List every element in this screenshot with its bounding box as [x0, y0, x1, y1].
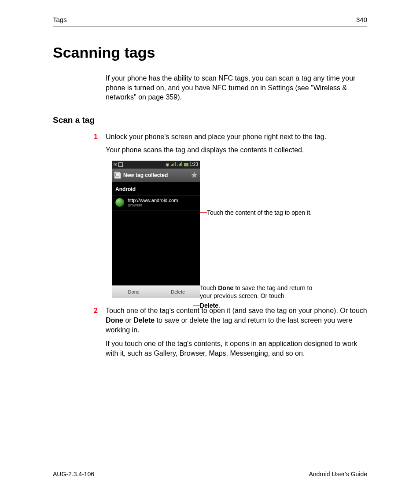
globe-icon [115, 198, 124, 207]
leader-line [200, 212, 207, 213]
phone-button-bar: Done Delete [112, 285, 200, 298]
footer-doc-title: Android User's Guide [309, 471, 367, 478]
step-number: 2 [53, 306, 106, 335]
mail-icon: ✉ [114, 162, 117, 167]
step2-mid: or [123, 316, 133, 324]
tag-icon [114, 172, 121, 179]
step-1-followup: Your phone scans the tag and displays th… [106, 145, 367, 155]
figure: ✉ ◉ 1:23 New tag [112, 161, 367, 298]
tag-url-sub: Browser [128, 203, 178, 207]
page-header: Tags 340 [53, 16, 367, 26]
step-1: 1 Unlock your phone's screen and place y… [53, 132, 367, 142]
callout-bold-done: Done [218, 284, 233, 291]
callout-done-delete: Touch Done to save the tag and return to… [200, 284, 319, 310]
step-2-followup: If you touch one of the tag's contents, … [106, 339, 367, 359]
titlebar-text: New tag collected [123, 172, 168, 178]
step-2: 2 Touch one of the tag's content to open… [53, 306, 367, 335]
subheading-scan-a-tag: Scan a tag [53, 115, 367, 125]
tag-section-label: Android [112, 182, 200, 195]
phone-body-empty [112, 210, 200, 285]
leader-line [193, 305, 200, 306]
intro-paragraph: If your phone has the ability to scan NF… [106, 74, 367, 102]
callout-bold-delete: Delete [200, 302, 218, 309]
page-title: Scanning tags [53, 44, 367, 61]
phone-titlebar: New tag collected ★ [112, 169, 200, 182]
callout-text-post: . [218, 302, 220, 309]
app-icon [118, 162, 123, 167]
header-page-number: 340 [356, 16, 367, 23]
step-text: Touch one of the tag's content to open i… [106, 306, 367, 335]
page-footer: AUG-2.3.4-106 Android User's Guide [53, 471, 367, 478]
step2-bold-delete: Delete [133, 316, 155, 324]
signal-icon [171, 162, 176, 167]
header-section: Tags [53, 16, 67, 23]
footer-doc-id: AUG-2.3.4-106 [53, 471, 94, 478]
step-text: Unlock your phone's screen and place you… [106, 132, 367, 142]
tag-url: http://www.android.com [128, 198, 178, 203]
wifi-signal-icon [177, 162, 183, 167]
delete-button[interactable]: Delete [156, 286, 200, 298]
tag-content-item[interactable]: http://www.android.com Browser [112, 195, 200, 210]
phone-screenshot: ✉ ◉ 1:23 New tag [112, 161, 200, 298]
battery-icon [184, 163, 188, 166]
step-number: 1 [53, 132, 106, 142]
callout-text-pre: Touch [200, 284, 218, 291]
done-button[interactable]: Done [112, 286, 156, 298]
gps-icon: ◉ [166, 162, 169, 167]
status-time: 1:23 [190, 162, 198, 167]
phone-statusbar: ✉ ◉ 1:23 [112, 161, 200, 169]
callout-text: Touch the content of the tag to open it. [207, 209, 312, 216]
star-icon[interactable]: ★ [191, 171, 197, 179]
step2-bold-done: Done [106, 316, 123, 324]
callout-open-content: Touch the content of the tag to open it. [200, 209, 312, 216]
